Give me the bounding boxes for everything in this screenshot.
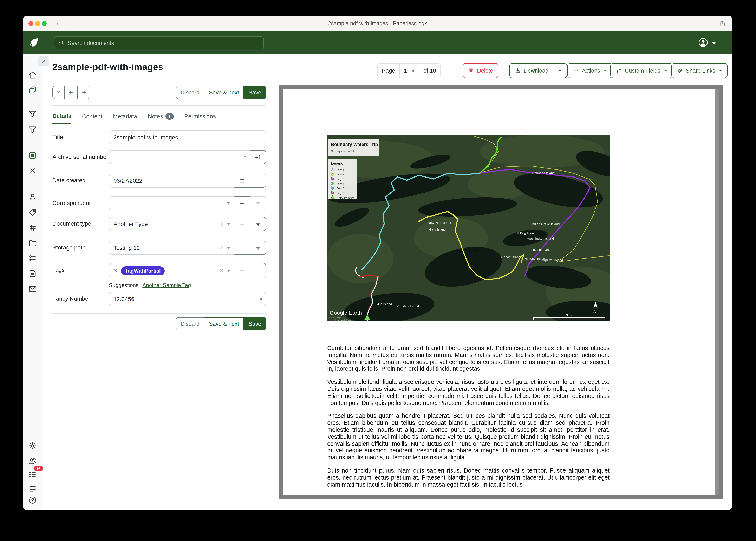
share-icon[interactable] <box>719 19 726 29</box>
add-document-type-button[interactable] <box>234 217 250 231</box>
save-next-button-bottom[interactable]: Save & next <box>204 317 244 330</box>
sidebar-item-mail[interactable] <box>28 284 38 294</box>
sidebar-item-dashboard[interactable] <box>28 71 38 80</box>
svg-text:Day 4: Day 4 <box>337 182 344 185</box>
sidebar-item-documents[interactable] <box>28 85 38 95</box>
add-correspondent-button[interactable] <box>234 196 250 210</box>
storage-path-label: Storage path <box>52 241 109 255</box>
document-type-caret-icon[interactable] <box>227 223 230 225</box>
tags-filter-button[interactable] <box>250 263 266 278</box>
window-title: 2sample-pdf-with-images - Paperless-ngx <box>23 16 732 31</box>
page-spinner-icon[interactable]: ▲▼ <box>412 68 415 73</box>
form-row-asn: Archive serial number ▲▼ +1 <box>52 150 266 164</box>
correspondent-caret-icon[interactable] <box>227 202 230 204</box>
remove-tag-icon[interactable]: ✕ <box>113 268 118 274</box>
pdf-paragraph: Vestibulum eleifend, ligula a scelerisqu… <box>327 378 610 406</box>
storage-path-select[interactable]: Testing 12 ✕ <box>109 241 234 255</box>
clear-icon[interactable]: ✕ <box>219 221 224 227</box>
map-text-annotation: Text <box>469 248 479 254</box>
help-icon <box>28 496 37 505</box>
tab-permissions[interactable]: Permissions <box>184 112 216 124</box>
page-title: 2sample-pdf-with-images <box>52 62 267 73</box>
storage-path-filter-button[interactable] <box>250 241 266 255</box>
tag-icon <box>28 208 37 217</box>
save-button-bottom[interactable]: Save <box>243 317 266 330</box>
user-menu-caret-icon[interactable] <box>712 42 716 44</box>
title-input[interactable]: 2sample-pdf-with-images <box>109 130 266 144</box>
next-doc-button[interactable] <box>77 86 90 99</box>
download-dropdown-toggle[interactable] <box>553 64 562 78</box>
asn-plus-one-button[interactable]: +1 <box>250 150 266 164</box>
toggles-icon <box>28 254 37 263</box>
sidebar-item-tasks[interactable]: 16 <box>28 470 38 480</box>
sidebar-item-storage-paths[interactable] <box>28 254 38 264</box>
tab-notes[interactable]: Notes1 <box>148 112 174 124</box>
download-icon <box>515 67 521 74</box>
storage-path-caret-icon[interactable] <box>227 247 230 249</box>
pdf-scrollbar[interactable] <box>715 89 719 495</box>
add-storage-path-button[interactable] <box>234 241 250 255</box>
arrow-right-icon <box>81 89 87 96</box>
sidebar-expand-button[interactable] <box>38 56 49 66</box>
asn-input[interactable]: ▲▼ <box>109 150 250 164</box>
close-doc-button[interactable]: x <box>52 86 65 99</box>
share-links-button[interactable]: Share Links <box>671 63 728 78</box>
date-filter-button[interactable] <box>250 174 266 188</box>
person-icon <box>28 193 37 202</box>
gear-icon <box>28 441 37 450</box>
user-avatar[interactable] <box>698 37 709 50</box>
sidebar-item-help[interactable] <box>28 496 38 506</box>
add-tag-button[interactable] <box>234 263 250 278</box>
tags-input[interactable]: ✕ TagWithPartial ✕ <box>109 263 234 278</box>
sidebar-item-open-document[interactable] <box>28 151 38 161</box>
pdf-preview[interactable]: Hausons IslandNew York IslandGary Island… <box>279 85 723 499</box>
correspondent-select[interactable] <box>109 196 234 210</box>
pdf-paragraph: Curabitur bibendum ante urna, sed blandi… <box>327 345 610 372</box>
sidebar-item-saved-view-1[interactable] <box>28 109 38 119</box>
clear-icon[interactable]: ✕ <box>219 268 224 274</box>
actions-button[interactable]: Actions <box>567 63 613 78</box>
fancy-number-input[interactable]: 12.3456 ▲▼ <box>109 292 266 306</box>
tab-details[interactable]: Details <box>52 112 71 124</box>
download-button[interactable]: Download <box>509 63 567 78</box>
previous-doc-button[interactable] <box>64 86 78 99</box>
sidebar-item-custom-fields[interactable] <box>28 223 38 233</box>
pdf-paragraph: Duis non tincidunt purus. Nam quis sapie… <box>327 467 610 488</box>
save-next-button[interactable]: Save & next <box>204 86 244 99</box>
fancy-number-spinner-icon[interactable]: ▲▼ <box>260 297 262 301</box>
tags-caret-icon[interactable] <box>227 270 230 272</box>
page-number-input[interactable]: 1▲▼ <box>399 64 419 78</box>
sidebar-item-correspondents[interactable] <box>28 193 38 203</box>
sidebar-item-file-tasks[interactable] <box>28 269 38 279</box>
map-image: Hausons IslandNew York IslandGary Island… <box>327 135 610 321</box>
suggested-tag-link[interactable]: Another Sample Tag <box>142 282 191 288</box>
document-type-select[interactable]: Another Type ✕ <box>109 217 234 231</box>
clear-icon[interactable]: ✕ <box>219 245 224 251</box>
sidebar-item-tags[interactable] <box>28 208 38 218</box>
discard-button[interactable]: Discard <box>176 86 204 99</box>
sidebar-item-close-document[interactable] <box>28 166 38 176</box>
page-navigation-group: Page 1▲▼ of 10 <box>377 63 441 78</box>
filter-lines-icon <box>254 177 261 184</box>
tab-content[interactable]: Content <box>82 112 102 124</box>
tag-chip[interactable]: TagWithPartial <box>121 266 165 275</box>
sidebar-item-document-types[interactable] <box>28 238 38 248</box>
document-type-filter-button[interactable] <box>250 217 266 231</box>
sidebar-item-users-groups[interactable] <box>28 456 38 466</box>
ellipsis-icon <box>573 67 579 74</box>
tab-metadata[interactable]: Metadata <box>113 112 137 124</box>
date-created-input[interactable]: 03/27/2022 <box>109 174 234 188</box>
discard-button-bottom[interactable]: Discard <box>176 317 204 330</box>
sidebar-item-settings[interactable] <box>28 441 38 451</box>
sidebar-item-saved-view-2[interactable] <box>28 125 38 135</box>
paperless-logo-icon[interactable] <box>28 37 39 50</box>
calendar-button[interactable] <box>234 174 250 188</box>
edit-actions-row: x Discard Save & next Save <box>52 86 266 99</box>
asn-spinner-icon[interactable]: ▲▼ <box>243 155 246 159</box>
delete-button[interactable]: Delete <box>463 63 498 78</box>
save-button[interactable]: Save <box>243 86 266 99</box>
correspondent-filter-button[interactable] <box>250 196 266 210</box>
sidebar-item-logs[interactable] <box>28 484 38 494</box>
search-input[interactable]: Search documents <box>54 36 264 50</box>
custom-fields-button[interactable]: Custom Fields <box>610 63 673 78</box>
